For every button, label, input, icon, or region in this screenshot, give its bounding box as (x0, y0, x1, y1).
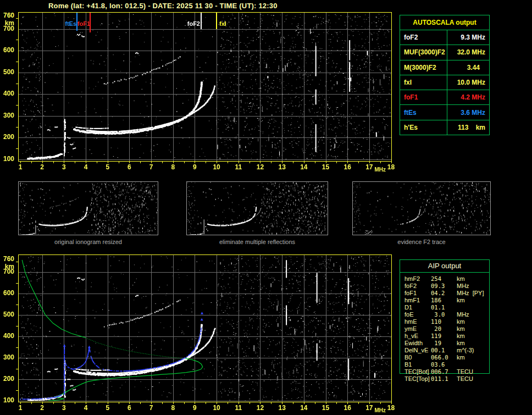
y-axis-label: 300 (0, 112, 14, 119)
y-axis-label: 200 (0, 134, 14, 141)
x-axis-label: 3 (58, 164, 70, 170)
parameter-label: hmF1 (404, 297, 431, 304)
parameter-value: 119 (431, 333, 457, 340)
y-axis-label: 100 (0, 156, 14, 163)
x-axis-label: 6 (123, 405, 135, 411)
parameter-label: h'Es (400, 120, 447, 135)
table-row: hmF2254km (404, 275, 530, 283)
parameter-unit: km (457, 340, 530, 347)
parameter-value: 10.0 MHz (447, 79, 489, 86)
thumbnail-caption: original ionogram resized (18, 239, 158, 245)
x-axis-label: 8 (167, 164, 179, 170)
parameter-value: 3.44 (447, 64, 489, 71)
x-axis-label: 13 (276, 164, 288, 170)
x-axis-label: 12 (254, 405, 266, 411)
parameter-unit (457, 361, 530, 368)
y-axis-label: 760 (0, 12, 14, 19)
parameter-label: ftEs (400, 105, 447, 119)
y-axis-label: 200 (0, 375, 14, 383)
parameter-value: 03.6 (431, 361, 457, 368)
aip-output-rows: hmF2254kmfoF209.3MHzfoF104.2MHz [PY]hmF1… (404, 275, 530, 383)
table-row: foF104.2MHz [PY] (404, 290, 530, 297)
x-axis-label: 15 (320, 164, 332, 170)
x-axis-label: 1 (14, 164, 26, 170)
page-title: Rome (lat: +41.8, lon: 012.5) - DATE: 20… (48, 2, 278, 10)
bottom-ionogram-canvas (15, 254, 392, 407)
y-axis-label: 500 (0, 69, 14, 76)
frequency-marker-label: foF1 (77, 20, 99, 27)
parameter-value: 006.7 (431, 368, 457, 375)
parameter-label: foF1 (404, 290, 431, 297)
table-row: foF14.2 MHz (400, 90, 489, 105)
x-axis-label: 9 (189, 405, 201, 411)
autoscala-app-window: Rome (lat: +41.8, lon: 012.5) - DATE: 20… (0, 0, 532, 415)
table-row: B0066.0km (404, 354, 530, 361)
parameter-label: M(3000)F2 (400, 60, 447, 75)
parameter-value: 113 km (447, 124, 489, 131)
y-axis-label: 760 (0, 256, 14, 263)
x-axis-label: 3 (58, 405, 70, 411)
autoscala-table-rows: foF29.3 MHzMUF(3000)F232.0 MHzM(3000)F23… (400, 30, 489, 135)
y-axis-label: 700 (0, 268, 14, 275)
x-axis-label: 10 (210, 405, 223, 411)
table-row: ftEs3.6 MHz (400, 105, 489, 120)
parameter-label: foF2 (400, 30, 447, 45)
table-row: D101.1 (404, 304, 530, 311)
table-row: hmF1186km (404, 297, 530, 304)
parameter-value: 04.2 (431, 290, 457, 297)
parameter-value: 00.1 (431, 347, 457, 354)
parameter-value: 01.1 (431, 304, 457, 311)
x-axis-unit-label: MHz (373, 167, 387, 173)
table-row: Ewidth 19km (404, 340, 530, 347)
x-axis-label: 1 (14, 405, 26, 411)
parameter-label: B0 (404, 354, 431, 361)
table-row: ymE 20km (404, 325, 530, 333)
frequency-marker-label: foF2 (177, 20, 200, 27)
table-row: TEC[Top]011.1TECU (404, 375, 530, 383)
x-axis-label: 2 (36, 405, 48, 411)
table-row: MUF(3000)F232.0 MHz (400, 45, 489, 60)
parameter-value: 09.3 (431, 283, 457, 290)
x-axis-label: 16 (341, 164, 353, 170)
parameter-unit: MHz (457, 311, 530, 318)
y-axis-label: 600 (0, 47, 14, 54)
parameter-unit (457, 304, 530, 311)
x-axis-label: 7 (145, 405, 157, 411)
parameter-value: 066.0 (431, 354, 457, 361)
x-axis-label: 5 (102, 164, 114, 170)
y-axis-label: 100 (0, 397, 14, 404)
parameter-value: 011.1 (431, 375, 457, 383)
thumbnail-eliminate-reflections (186, 181, 328, 235)
parameter-unit: km (457, 333, 530, 340)
parameter-label: hmF2 (404, 275, 431, 283)
parameter-unit: km (457, 318, 530, 325)
parameter-value: 9.3 MHz (447, 34, 489, 41)
parameter-value: 186 (431, 297, 457, 304)
parameter-label: fxI (400, 75, 447, 90)
parameter-value: 254 (431, 275, 457, 283)
x-axis-label: 8 (167, 405, 179, 411)
parameter-value: 32.0 MHz (447, 48, 489, 56)
frequency-marker-label: fxI (219, 20, 236, 27)
parameter-unit: km (457, 297, 530, 304)
parameter-value: 19 (431, 340, 457, 347)
parameter-value: 110 (431, 318, 457, 325)
x-axis-label: 12 (254, 164, 266, 170)
parameter-value: 20 (431, 325, 457, 333)
autoscala-table-header: AUTOSCALA output (400, 15, 489, 30)
parameter-unit: MHz [PY] (457, 290, 530, 297)
thumbnail-evidence-f2-trace (352, 181, 491, 235)
x-axis-label: 13 (276, 405, 288, 411)
x-axis-label: 2 (36, 164, 48, 170)
parameter-unit: km (457, 275, 530, 283)
x-axis-label: 16 (341, 405, 353, 411)
parameter-unit: km (457, 354, 530, 361)
table-row: fxI10.0 MHz (400, 75, 489, 90)
parameter-label: ymE (404, 325, 431, 333)
x-axis-label: 5 (102, 405, 114, 411)
table-row: M(3000)F23.44 (400, 60, 489, 75)
y-axis-label: 300 (0, 354, 14, 361)
parameter-label: foF2 (404, 283, 431, 290)
aip-table-header: AIP output (400, 259, 490, 273)
parameter-unit: MHz (457, 283, 530, 290)
